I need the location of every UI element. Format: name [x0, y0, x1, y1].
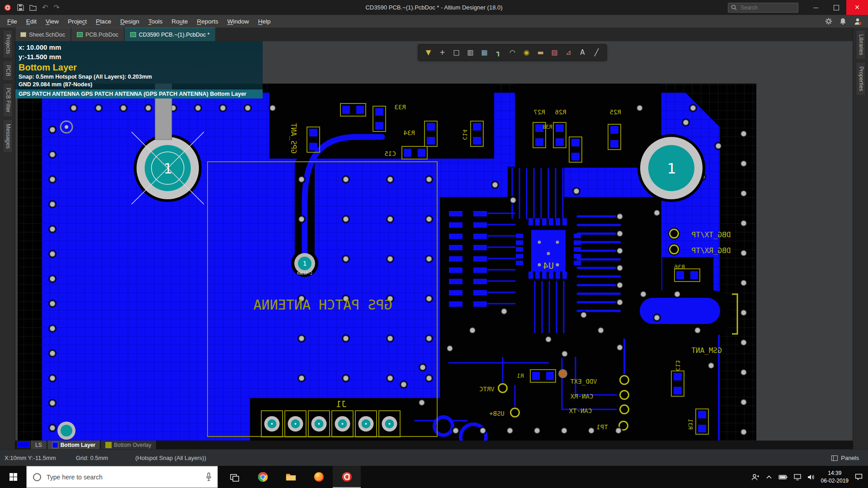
pcb-label-1-25[interactable]: 1 [163, 160, 172, 177]
pcb-label-c14-7[interactable]: C14 [462, 129, 468, 140]
menu-item-tools[interactable]: Tools [144, 16, 167, 27]
undo-icon[interactable]: ↶ [42, 4, 48, 11]
pcb-label-can-rx-19[interactable]: CAN-RX [570, 393, 593, 400]
titlebar-search[interactable] [728, 3, 798, 13]
notifications-bell-icon[interactable] [840, 18, 846, 25]
pcb-label-r27-8[interactable]: R27 [533, 108, 545, 116]
menu-item-reports[interactable]: Reports [192, 16, 222, 27]
layer-label: Bottom Layer [61, 442, 95, 448]
route-icon[interactable]: ┓ [491, 46, 505, 59]
menu-item-edit[interactable]: Edit [22, 16, 41, 27]
pcb-label-u4-2[interactable]: U4 [543, 260, 554, 271]
altium-designer-icon[interactable] [333, 466, 361, 488]
panels-button[interactable]: Panels [827, 453, 863, 463]
arc-icon[interactable]: ◠ [505, 46, 519, 59]
pcb-label-r25-11[interactable]: R25 [609, 108, 621, 116]
select-filter-icon[interactable]: ▼ [421, 46, 435, 59]
action-center-icon[interactable] [855, 474, 863, 480]
pcb-label-can-tx-20[interactable]: CAN-TX [569, 407, 592, 414]
task-view-icon[interactable] [221, 466, 249, 488]
pcb-label-c13-23[interactable]: C13 [675, 360, 681, 371]
panel-tab-pcb[interactable]: PCB [3, 61, 13, 81]
save-icon[interactable] [17, 4, 24, 11]
open-document-icon[interactable] [29, 5, 37, 11]
line-icon[interactable]: ╱ [590, 46, 604, 59]
menu-item-place[interactable]: Place [91, 16, 116, 27]
pcb-label-tp1-21[interactable]: TP1 [596, 423, 608, 431]
pcb-label-1-27[interactable]: 1 [303, 260, 307, 267]
redo-icon[interactable]: ↷ [53, 4, 59, 11]
pcb-label-r33-4[interactable]: R33 [394, 103, 406, 111]
menu-item-view[interactable]: View [41, 16, 63, 27]
menu-item-project[interactable]: Project [63, 16, 91, 27]
panel-tab-projects[interactable]: Projects [3, 30, 13, 58]
file-explorer-icon[interactable] [277, 466, 305, 488]
minimize-button[interactable]: ─ [806, 0, 826, 15]
pad-icon[interactable]: ▬ [533, 46, 547, 59]
measure-icon[interactable]: ⊿ [561, 46, 576, 59]
battery-icon[interactable] [778, 474, 788, 480]
microphone-icon[interactable] [205, 472, 212, 482]
doc-tab-2[interactable]: PCB.PcbDoc [71, 28, 124, 41]
maximize-button[interactable] [826, 0, 846, 15]
panel-tab-properties[interactable]: Properties [856, 62, 866, 96]
doc-tab-3[interactable]: CD3590 PCB.~(1).PcbDoc * [125, 28, 215, 41]
pcb-label-usb--17[interactable]: USB+ [489, 410, 505, 417]
polygon-pour-icon[interactable]: ▦ [477, 46, 491, 59]
close-button[interactable]: × [846, 0, 868, 15]
fitted-via[interactable] [559, 370, 567, 378]
pcb-label-vrtc-16[interactable]: VRTC [479, 385, 495, 393]
via-icon[interactable]: ◉ [519, 46, 533, 59]
pcb-label-r26-9[interactable]: R26 [555, 108, 566, 116]
search-input[interactable] [740, 4, 787, 11]
menu-item-help[interactable]: Help [254, 16, 275, 27]
route-icon-glyph: ┓ [496, 49, 500, 56]
layer-tab-bottom-layer[interactable]: Bottom Layer [47, 441, 100, 449]
chrome-icon[interactable] [249, 466, 277, 488]
firefox-icon[interactable] [305, 466, 333, 488]
pcb-label-r36-14[interactable]: R36 [674, 263, 684, 270]
taskbar-apps [221, 466, 361, 488]
pcb-label-c15-6[interactable]: C15 [384, 150, 396, 157]
pcb-label-gps-ant-1[interactable]: GPS_ANT [289, 123, 298, 154]
keepout-icon[interactable]: ▨ [547, 46, 561, 59]
layer-tab-bottom-overlay[interactable]: Bottom Overlay [101, 441, 156, 449]
pcb-label-knc1p-2-28[interactable]: KNC1P-2 [297, 272, 312, 276]
pcb-label-dbg-tx-tp-12[interactable]: DBG_TX/TP [692, 230, 731, 239]
display-network-icon[interactable] [794, 474, 801, 480]
tray-chevron-up-icon[interactable] [766, 475, 772, 479]
taskbar-clock[interactable]: 14:39 06-02-2019 [821, 469, 849, 484]
settings-gear-icon[interactable] [825, 18, 832, 25]
pcb-label-dbg-rx-tp-13[interactable]: DBG_RX/TP [692, 246, 731, 255]
doc-tab-1[interactable]: Sheet.SchDoc [15, 28, 71, 41]
pcb-drawing[interactable]: GPS PATCH ANTENNAGPS_ANTU4J1R33R34C15C14… [15, 41, 853, 441]
panel-tab-messages[interactable]: Messages [3, 119, 13, 153]
pcb-label-r31-24[interactable]: R31 [687, 419, 694, 429]
panel-tab-pcb-filter[interactable]: PCB Filter [3, 83, 13, 117]
pcb-canvas[interactable]: GPS PATCH ANTENNAGPS_ANTU4J1R33R34C15C14… [15, 41, 853, 441]
speaker-icon[interactable] [807, 474, 815, 480]
layer-set-tab[interactable]: LS [31, 441, 47, 449]
pcb-label-r1-22[interactable]: R1 [517, 372, 524, 379]
pcb-label-r34-5[interactable]: R34 [403, 129, 415, 136]
pcb-label-gsm-ant-15[interactable]: GSM_ANT [691, 346, 722, 355]
text-icon[interactable]: A [576, 46, 590, 59]
people-icon[interactable] [751, 474, 760, 481]
pcb-label-gps-patch-antenna-0[interactable]: GPS PATCH ANTENNA [253, 297, 392, 313]
panel-tab-libraries[interactable]: Libraries [856, 30, 866, 60]
user-account-icon[interactable] [854, 17, 862, 25]
pcb-label-r38-10[interactable]: R38 [542, 124, 552, 130]
menu-item-window[interactable]: Window [223, 16, 254, 27]
pcb-label-j1-3[interactable]: J1 [336, 399, 347, 409]
pcb-label-vdd-ext-18[interactable]: VDD_EXT [570, 378, 597, 385]
pcb-label-1-26[interactable]: 1 [667, 160, 675, 177]
snap-crosshair-icon[interactable]: + [435, 46, 449, 59]
hud-current-layer: Bottom Layer [15, 61, 263, 73]
menu-item-design[interactable]: Design [116, 16, 144, 27]
pad-array-icon[interactable]: ▥ [463, 46, 477, 59]
selection-box-icon[interactable]: □ [449, 46, 463, 59]
menu-item-file[interactable]: File [3, 16, 22, 27]
menu-item-route[interactable]: Route [167, 16, 192, 27]
taskbar-search[interactable]: Type here to search [26, 466, 218, 488]
start-button[interactable] [0, 466, 26, 488]
